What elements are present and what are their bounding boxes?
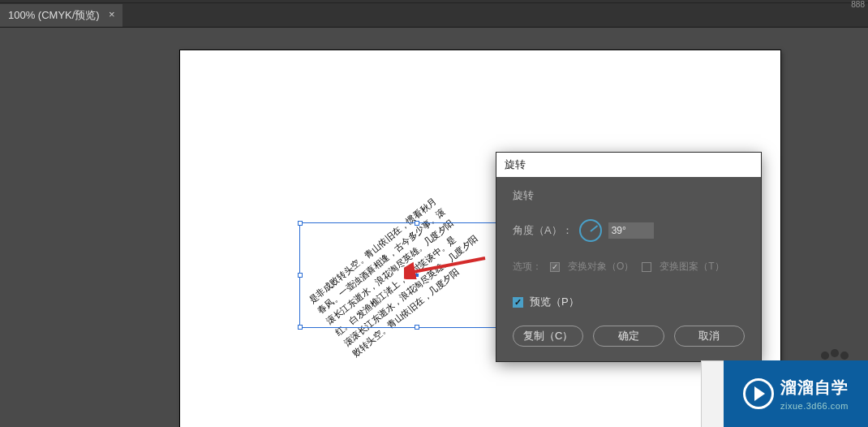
cancel-button[interactable]: 取消	[674, 326, 745, 347]
angle-input[interactable]	[608, 222, 654, 239]
transform-patterns-checkbox	[642, 262, 651, 272]
watermark: 溜溜自学 zixue.3d66.com	[724, 360, 868, 427]
options-row: 选项： ✓ 变换对象（O） 变换图案（T）	[513, 260, 745, 274]
angle-label: 角度（A）：	[513, 223, 573, 238]
watermark-title: 溜溜自学	[780, 377, 849, 399]
transform-objects-label: 变换对象（O）	[568, 260, 634, 274]
resize-handle[interactable]	[298, 273, 303, 278]
rotate-dialog: 旋转 旋转 角度（A）： 选项： ✓ 变换对象（O） 变换图案（T） ✓ 预览（…	[496, 153, 761, 361]
watermark-bubbles-icon	[821, 349, 849, 360]
angle-row: 角度（A）：	[513, 219, 745, 242]
play-icon	[743, 378, 774, 409]
dialog-body: 旋转 角度（A）： 选项： ✓ 变换对象（O） 变换图案（T） ✓ 预览（P） …	[496, 177, 761, 361]
copy-button[interactable]: 复制（C）	[513, 326, 583, 347]
transform-objects-checkbox: ✓	[550, 262, 560, 272]
topbar-right-value: 888	[851, 0, 865, 9]
preview-checkbox[interactable]: ✓	[513, 297, 523, 308]
document-tab[interactable]: 100% (CMYK/预览) ×	[0, 4, 122, 27]
close-icon[interactable]: ×	[106, 10, 118, 21]
resize-handle[interactable]	[415, 325, 419, 330]
dialog-title[interactable]: 旋转	[496, 153, 761, 177]
document-tab-bar: 100% (CMYK/预览) ×	[0, 3, 868, 28]
document-tab-label: 100% (CMYK/预览)	[8, 8, 100, 23]
dialog-buttons: 复制（C） 确定 取消	[513, 326, 745, 347]
watermark-text: 溜溜自学 zixue.3d66.com	[780, 377, 849, 411]
preview-row: ✓ 预览（P）	[513, 295, 745, 309]
canvas-area: 是非成败转头空。青山依旧在，惯看秋月 春风。一壶浊酒喜相逢，古今多少事。滚 滚长…	[0, 28, 868, 427]
panel-edge	[701, 360, 724, 427]
section-label: 旋转	[513, 188, 745, 203]
options-bar: 888	[0, 0, 868, 3]
preview-label: 预览（P）	[530, 295, 579, 309]
resize-handle[interactable]	[298, 221, 303, 226]
transform-patterns-label: 变换图案（T）	[660, 260, 724, 274]
ok-button[interactable]: 确定	[593, 326, 664, 347]
options-label: 选项：	[513, 260, 542, 274]
resize-handle[interactable]	[298, 325, 303, 330]
angle-dial[interactable]	[579, 219, 602, 242]
watermark-url: zixue.3d66.com	[780, 401, 849, 411]
